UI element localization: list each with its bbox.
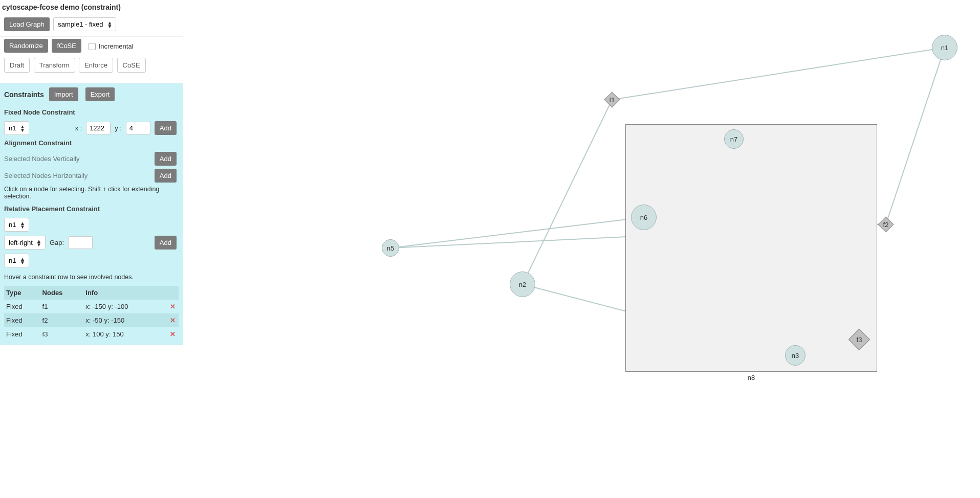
graph-edge (886, 48, 945, 224)
vertical-label: Selected Nodes Vertically (4, 155, 79, 163)
alignment-hint: Click on a node for selecting. Shift + c… (4, 186, 179, 200)
fixed-add-button[interactable]: Add (155, 121, 177, 135)
col-nodes: Nodes (40, 286, 84, 300)
fcose-button[interactable]: fCoSE (52, 39, 81, 53)
delete-row-icon[interactable]: ✕ (166, 300, 179, 313)
col-type: Type (4, 286, 40, 300)
table-row[interactable]: Fixedf3x: 100 y: 150✕ (4, 327, 179, 341)
alignment-constraint-heading: Alignment Constraint (4, 139, 179, 147)
direction-select[interactable]: left-right (4, 236, 46, 250)
cell-nodes: f3 (40, 327, 84, 341)
horizontal-label: Selected Nodes Horizontally (4, 172, 88, 179)
incremental-checkbox[interactable] (89, 43, 96, 50)
enforce-button[interactable]: Enforce (79, 58, 113, 73)
delete-row-icon[interactable]: ✕ (166, 313, 179, 327)
x-input[interactable] (86, 122, 111, 134)
x-label: x : (75, 124, 82, 132)
constraints-heading: Constraints (4, 90, 44, 99)
draft-button[interactable]: Draft (4, 58, 30, 73)
cell-info: x: -50 y: -150 (83, 313, 166, 327)
cell-info: x: 100 y: 150 (83, 327, 166, 341)
randomize-button[interactable]: Randomize (4, 39, 48, 53)
fixed-node-select[interactable]: n1 (4, 121, 29, 135)
col-info: Info (83, 286, 166, 300)
graph-node-n6[interactable]: n6 (631, 205, 657, 230)
relative-node-b-select[interactable]: n1 (4, 254, 29, 267)
import-button[interactable]: Import (49, 87, 78, 101)
fixed-constraint-heading: Fixed Node Constraint (4, 108, 179, 116)
graph-node-n7[interactable]: n7 (724, 129, 744, 149)
relative-node-a-select[interactable]: n1 (4, 218, 29, 232)
table-row[interactable]: Fixedf2x: -50 y: -150✕ (4, 313, 179, 327)
graph-node-n5[interactable]: n5 (382, 239, 399, 257)
graph-node-n2[interactable]: n2 (510, 271, 535, 297)
table-row[interactable]: Fixedf1x: -150 y: -100✕ (4, 300, 179, 313)
cell-type: Fixed (4, 300, 40, 313)
graph-edge (390, 217, 644, 248)
load-graph-button[interactable]: Load Graph (4, 17, 50, 31)
cell-type: Fixed (4, 327, 40, 341)
horizontal-add-button[interactable]: Add (155, 169, 177, 183)
gap-label: Gap: (50, 239, 64, 246)
y-label: y : (115, 124, 122, 132)
graph-node-n3[interactable]: n3 (785, 345, 805, 366)
hover-hint: Hover a constraint row to see involved n… (4, 274, 179, 281)
cell-nodes: f2 (40, 313, 84, 327)
gap-input[interactable] (68, 236, 93, 249)
export-button[interactable]: Export (85, 87, 115, 101)
relative-constraint-heading: Relative Placement Constraint (4, 205, 179, 213)
relative-add-button[interactable]: Add (155, 236, 177, 250)
cell-info: x: -150 y: -100 (83, 300, 166, 313)
page-title: cytoscape-fcose demo (constraint) (0, 0, 183, 15)
graph-edge (612, 48, 945, 100)
transform-button[interactable]: Transform (34, 58, 75, 73)
graph-edge (522, 100, 612, 284)
vertical-add-button[interactable]: Add (155, 152, 177, 166)
constraints-table: Type Nodes Info Fixedf1x: -150 y: -100✕F… (4, 286, 179, 341)
compound-node[interactable]: n8 (625, 124, 877, 372)
cose-button[interactable]: CoSE (117, 58, 146, 73)
delete-row-icon[interactable]: ✕ (166, 327, 179, 341)
sample-select[interactable]: sample1 - fixed (53, 17, 116, 31)
compound-label: n8 (748, 374, 755, 381)
incremental-label: Incremental (99, 42, 134, 50)
cell-type: Fixed (4, 313, 40, 327)
y-input[interactable] (126, 122, 150, 134)
graph-node-n1[interactable]: n1 (932, 35, 957, 60)
cell-nodes: f1 (40, 300, 84, 313)
graph-canvas[interactable]: n8 n1n7f1n6f2n5n2n3f3 (183, 0, 980, 498)
